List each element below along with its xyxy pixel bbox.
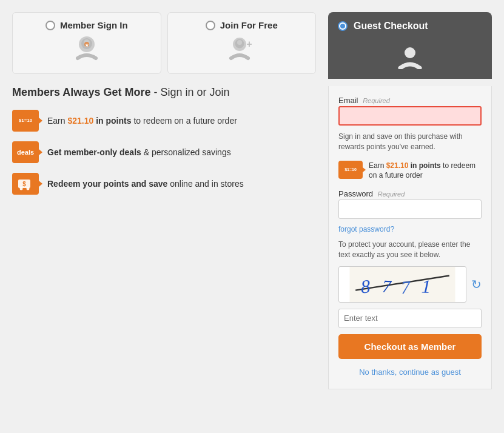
earn-text: Earn $21.10 in points to redeem on a fut… [369, 161, 482, 181]
svg-point-7 [237, 40, 242, 45]
benefit-redeem-text: Redeem your points and save online and i… [47, 179, 244, 189]
svg-point-13 [405, 47, 415, 58]
svg-point-12 [27, 187, 30, 190]
guest-checkout-header[interactable]: Guest Checkout [328, 12, 492, 40]
benefit-deals-text: Get member-only deals & personalized sav… [47, 147, 231, 157]
captcha-text-input[interactable] [338, 309, 482, 328]
left-panel: Member Sign In ★ Join F [12, 12, 316, 389]
email-label: Email Required [338, 96, 482, 105]
email-input[interactable] [338, 106, 482, 126]
benefit-points-text: Earn $21.10 in points to redeem on a fut… [47, 116, 237, 126]
svg-text:$: $ [22, 181, 26, 187]
join-for-free-radio[interactable] [206, 21, 215, 30]
svg-text:+: + [247, 39, 252, 49]
password-required: Required [378, 190, 405, 198]
benefit-redeem: $ Redeem your points and save online and… [12, 173, 316, 195]
benefit-deals: deals Get member-only deals & personaliz… [12, 141, 316, 163]
points-badge: $1=10 [12, 110, 39, 132]
member-sign-in-tab[interactable]: Member Sign In ★ [12, 12, 161, 74]
no-thanks-link[interactable]: No thanks, continue as guest [338, 365, 482, 379]
benefit-points: $1=10 Earn $21.10 in points to redeem on… [12, 110, 316, 132]
redeem-badge: $ [12, 173, 39, 195]
member-sign-in-label: Member Sign In [60, 20, 128, 30]
earn-points-box: $1=10 Earn $21.10 in points to redeem on… [338, 158, 482, 184]
tab-row: Member Sign In ★ Join F [12, 12, 316, 74]
password-field-group: Password Required [338, 189, 482, 219]
promo-text: Members Always Get More - Sign in or Joi… [12, 86, 316, 99]
password-input[interactable] [338, 200, 482, 219]
join-for-free-label: Join For Free [220, 20, 278, 30]
join-for-free-tab[interactable]: Join For Free + [167, 12, 317, 74]
svg-text:7: 7 [400, 277, 411, 297]
svg-text:★: ★ [85, 43, 89, 47]
radio-blue-dot [340, 24, 345, 29]
member-sign-in-radio[interactable] [45, 21, 55, 30]
svg-text:1: 1 [421, 275, 431, 297]
earn-badge: $1=10 [338, 161, 363, 179]
protect-text: To protect your account, please enter th… [338, 240, 482, 260]
forgot-password-link[interactable]: forgot password? [338, 225, 482, 233]
join-for-free-icon: + [226, 35, 257, 66]
guest-person-icon [398, 45, 422, 74]
captcha-row: 8 7 7 1 ↻ [338, 266, 482, 303]
email-field-group: Email Required [338, 96, 482, 126]
right-form: Email Required Sign in and save on this … [328, 86, 492, 389]
member-sign-in-icon: ★ [72, 35, 102, 66]
benefits-list: $1=10 Earn $21.10 in points to redeem on… [12, 110, 316, 195]
captcha-refresh-icon[interactable]: ↻ [471, 277, 482, 292]
password-label: Password Required [338, 189, 482, 198]
save-info-text: Sign in and save on this purchase with r… [338, 132, 482, 152]
svg-point-11 [20, 187, 23, 190]
email-required: Required [363, 97, 390, 104]
guest-checkout-radio[interactable] [338, 21, 348, 31]
right-panel: Guest Checkout Email Required Sign in [328, 12, 492, 389]
guest-checkout-title: Guest Checkout [354, 21, 428, 32]
checkout-as-member-button[interactable]: Checkout as Member [338, 334, 482, 359]
deals-badge: deals [12, 141, 39, 163]
captcha-image: 8 7 7 1 [338, 266, 466, 303]
